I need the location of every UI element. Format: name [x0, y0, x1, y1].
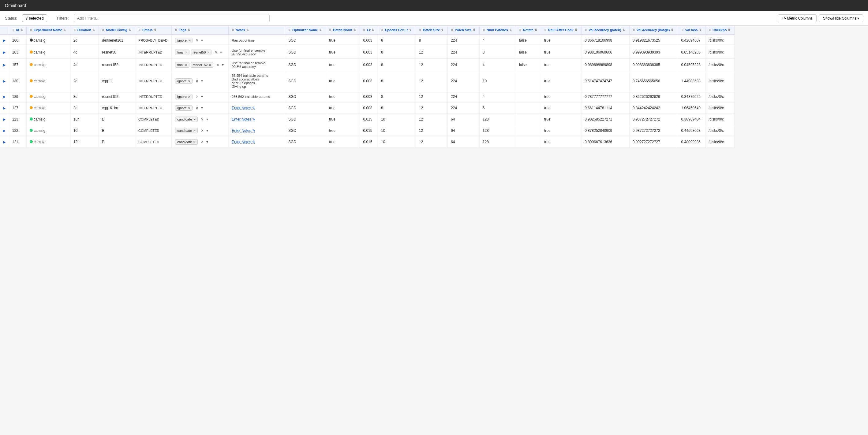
metric-columns-button[interactable]: +/- Metric Columns	[778, 14, 816, 22]
row-expander[interactable]: ▶	[0, 114, 9, 125]
tag-expand-btn[interactable]: ▾	[200, 105, 204, 110]
row-expander[interactable]: ▶	[0, 91, 9, 102]
tag-remove[interactable]: ✕	[193, 129, 195, 132]
tag-remove[interactable]: ✕	[185, 51, 187, 54]
cell-relu-after-conv: true	[541, 114, 582, 125]
tag-remove[interactable]: ✕	[209, 63, 211, 67]
cell-rotate	[516, 102, 541, 114]
tag-remove[interactable]: ✕	[188, 95, 190, 99]
th-patch-size[interactable]: ⠿Patch Size⇅	[448, 26, 479, 35]
tag-remove[interactable]: ✕	[193, 118, 195, 121]
tag-expand-btn[interactable]: ▾	[200, 38, 204, 43]
tag-remove[interactable]: ✕	[207, 51, 209, 54]
tags-controls: ✕ ▾	[200, 117, 209, 122]
th-rotate[interactable]: ⠿Rotate⇅	[516, 26, 541, 35]
cell-val-loss: 1.06450540	[678, 102, 705, 114]
th-checkpoint[interactable]: ⠿Checkpo⇅	[705, 26, 734, 35]
tag-expand-btn[interactable]: ▾	[205, 117, 209, 122]
row-expander[interactable]: ▶	[0, 136, 9, 148]
enter-notes-link[interactable]: Enter Notes ✎	[232, 129, 255, 133]
th-optimizer[interactable]: ⠿Optimizer Name⇅	[285, 26, 326, 35]
cell-patch-size: 224	[448, 91, 479, 102]
enter-notes-link[interactable]: Enter Notes ✎	[232, 106, 255, 110]
cell-notes: Ran out of time	[229, 35, 285, 46]
cell-batch-norm: true	[326, 102, 360, 114]
th-exp-name[interactable]: ⠿Experiment Name⇅	[27, 26, 70, 35]
tag-expand-btn[interactable]: ▾	[200, 79, 204, 83]
tags-controls: ✕ ▾	[195, 94, 204, 99]
tag-clear-btn[interactable]: ✕	[195, 79, 199, 83]
table-row: ▶166 camsig2ddensenet161PROBABLY_DEADign…	[0, 35, 735, 46]
row-expander[interactable]: ▶	[0, 125, 9, 136]
th-val-loss[interactable]: ⠿Val loss⇅	[678, 26, 705, 35]
tag-clear-btn[interactable]: ✕	[195, 38, 199, 43]
tag-remove[interactable]: ✕	[188, 39, 190, 42]
cell-model-config: resnet152	[99, 59, 135, 71]
cell-val-loss: 0.36969404	[678, 114, 705, 125]
th-epochs-per-lr[interactable]: ⠿Epochs Per Lr⇅	[378, 26, 416, 35]
tag-clear-btn[interactable]: ✕	[214, 50, 219, 55]
row-expander[interactable]: ▶	[0, 46, 9, 59]
cell-checkpoint: /disks/0/c	[705, 125, 734, 136]
th-num-patches[interactable]: ⠿Num Patches⇅	[479, 26, 516, 35]
cell-lr: 0.003	[360, 35, 378, 46]
tag-pill: final ✕	[175, 49, 189, 55]
enter-notes-link[interactable]: Enter Notes ✎	[232, 140, 255, 144]
selected-button[interactable]: 7 selected	[22, 14, 47, 22]
tag-clear-btn[interactable]: ✕	[200, 128, 205, 133]
tag-remove[interactable]: ✕	[188, 79, 190, 83]
tag-clear-btn[interactable]: ✕	[195, 94, 199, 99]
cell-optimizer: SGD	[285, 71, 326, 91]
row-expander[interactable]: ▶	[0, 102, 9, 114]
th-val-acc-patch[interactable]: ⠿Val accuracy (patch)⇅	[582, 26, 629, 35]
th-relu-after-conv[interactable]: ⠿Relu After Conv⇅	[541, 26, 582, 35]
cell-notes[interactable]: Enter Notes ✎	[229, 136, 285, 148]
cell-rotate	[516, 114, 541, 125]
th-batch-size[interactable]: ⠿Batch Size⇅	[416, 26, 447, 35]
cell-status: COMPLETED	[135, 125, 172, 136]
table-header-row: ⠿Id⇅ ⠿Experiment Name⇅ ⠿Duration⇅ ⠿Model…	[0, 26, 735, 35]
cell-lr: 0.003	[360, 102, 378, 114]
cell-notes[interactable]: Enter Notes ✎	[229, 114, 285, 125]
th-duration[interactable]: ⠿Duration⇅	[70, 26, 99, 35]
cell-model-config: B	[99, 114, 135, 125]
tag-expand-btn[interactable]: ▾	[205, 139, 209, 144]
th-status[interactable]: ⠿Status⇅	[135, 26, 172, 35]
tag-expand-btn[interactable]: ▾	[221, 62, 225, 67]
tag-expand-btn[interactable]: ▾	[200, 94, 204, 99]
tag-clear-btn[interactable]: ✕	[195, 105, 199, 110]
th-model-config[interactable]: ⠿Model Config⇅	[99, 26, 135, 35]
cell-id: 166	[9, 35, 26, 46]
tag-expand-btn[interactable]: ▾	[219, 50, 223, 55]
tag-expand-btn[interactable]: ▾	[205, 128, 209, 133]
cell-lr: 0.003	[360, 91, 378, 102]
th-batch-norm[interactable]: ⠿Batch Norm⇅	[326, 26, 360, 35]
cell-lr: 0.003	[360, 59, 378, 71]
enter-notes-link[interactable]: Enter Notes ✎	[232, 117, 255, 122]
th-notes[interactable]: ⠿Notes⇅	[229, 26, 285, 35]
tag-clear-btn[interactable]: ✕	[200, 139, 205, 144]
th-tags[interactable]: ⠿Tags⇅	[172, 26, 229, 35]
cell-notes[interactable]: Enter Notes ✎	[229, 125, 285, 136]
show-hide-button[interactable]: Show/Hide Columns ▾	[819, 14, 863, 22]
cell-val-loss: 0.44598068	[678, 125, 705, 136]
cell-batch-size: 12	[416, 46, 447, 59]
th-id[interactable]: ⠿Id⇅	[9, 26, 26, 35]
cell-notes[interactable]: Enter Notes ✎	[229, 102, 285, 114]
cell-exp-name: camsig	[27, 35, 70, 46]
cell-tags: ignore ✕ ✕ ▾	[172, 102, 229, 114]
row-expander[interactable]: ▶	[0, 71, 9, 91]
table-row: ▶121 camsig12hBCOMPLETEDcandidate ✕ ✕ ▾ …	[0, 136, 735, 148]
tag-remove[interactable]: ✕	[185, 63, 187, 67]
tag-remove[interactable]: ✕	[188, 106, 190, 110]
th-val-acc-image[interactable]: ⠿Val accuracy (image)⇅	[629, 26, 678, 35]
cell-num-patches: 4	[479, 91, 516, 102]
row-expander[interactable]: ▶	[0, 35, 9, 46]
filter-input[interactable]	[74, 14, 270, 22]
tag-clear-btn[interactable]: ✕	[200, 117, 205, 122]
row-expander[interactable]: ▶	[0, 59, 9, 71]
tag-clear-btn[interactable]: ✕	[215, 62, 220, 67]
table-row: ▶129 camsig3dresnet152INTERRUPTEDignore …	[0, 91, 735, 102]
tag-remove[interactable]: ✕	[193, 140, 195, 144]
th-lr[interactable]: ⠿Lr⇅	[360, 26, 378, 35]
